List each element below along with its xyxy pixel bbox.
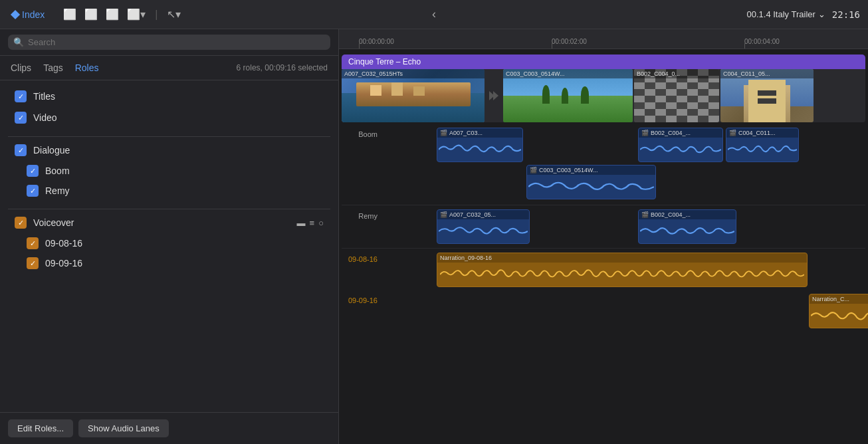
09-09-16-clips: Narration_C... [380, 291, 865, 331]
lane-icon[interactable]: ▬ [297, 146, 306, 156]
main-content: 🔍 Clips Tags Roles 6 roles, 00:09:16 sel… [0, 29, 868, 444]
remy-clip-2[interactable]: 🎬 B002_C004_... [638, 209, 736, 244]
narration-waveform [437, 263, 807, 286]
09-09-16-label: 09-09-16 [342, 291, 380, 304]
role-item-titles[interactable]: ✓ Titles [8, 86, 330, 107]
monitor-icon-1[interactable]: ⬜ [62, 7, 78, 22]
index-button[interactable]: Index [8, 8, 49, 21]
role-group-voiceover: ✓ Voiceover ▬ ≡ ○ ✓ 09-08-16 [0, 212, 338, 278]
list-icon[interactable]: ≡ [310, 146, 315, 156]
09-08-16-label: 09-08-16 [342, 250, 380, 263]
boom-clip-1-waveform [437, 138, 522, 162]
remy-lane-label: Remy [342, 207, 380, 220]
checkbox-boom[interactable]: ✓ [27, 165, 39, 177]
index-label: Index [22, 9, 45, 20]
timecode-display: 22:16 [832, 9, 860, 20]
ruler-mark-1: 00:00:02:00 [552, 38, 587, 45]
timeline-ruler: 00:00:00:00 00:00:02:00 00:00:04:00 [339, 29, 868, 49]
search-icon: 🔍 [13, 37, 24, 47]
role-item-remy[interactable]: ✓ Remy [8, 181, 330, 201]
role-label-remy: Remy [45, 185, 324, 196]
video-clip-2[interactable]: C003_C003_0514W... [503, 69, 633, 122]
09-08-16-clips: Narration_09-08-16 [380, 250, 865, 290]
circle-icon-vo[interactable]: ○ [318, 218, 324, 228]
edit-roles-button[interactable]: Edit Roles... [8, 419, 73, 437]
film-icon-sub: 🎬 [530, 167, 537, 173]
role-item-09-09-16[interactable]: ✓ 09-09-16 [8, 253, 330, 273]
video-track-container: Cinque Terre – Echo A007_C032_0515HTs [342, 55, 865, 122]
list-icon-vo[interactable]: ≡ [310, 218, 315, 228]
narration-clip-2[interactable]: Narration_C... [809, 294, 868, 328]
top-bar: Index ⬜ ⬜ ⬜ ⬜▾ | ↖▾ ‹ 00.1.4 Italy Trail… [0, 0, 868, 29]
checkbox-voiceover[interactable]: ✓ [15, 217, 27, 229]
monitor-icon-3[interactable]: ⬜ [104, 7, 120, 22]
role-item-voiceover[interactable]: ✓ Voiceover ▬ ≡ ○ [8, 212, 330, 233]
film-icon-remy-2: 🎬 [641, 211, 649, 218]
role-item-dialogue[interactable]: ✓ Dialogue ▬ ≡ ○ [8, 140, 330, 161]
narration-clip-1-label: Narration_09-08-16 [437, 253, 807, 263]
remy-clip-1[interactable]: 🎬 A007_C032_05... [437, 209, 530, 244]
project-bar: Cinque Terre – Echo [342, 55, 865, 69]
lane-divider-2 [342, 248, 865, 249]
monitor-icon-4[interactable]: ⬜▾ [126, 7, 147, 22]
top-bar-right: 00.1.4 Italy Trailer ⌄ 22:16 [576, 9, 860, 20]
lane-icon-vo[interactable]: ▬ [297, 218, 306, 228]
boom-clip-1[interactable]: 🎬 A007_C03... [437, 128, 523, 162]
clip-label-1: A007_C032_0515HTs [342, 69, 485, 78]
monitor-icon-2[interactable]: ⬜ [83, 7, 99, 22]
narration-clip-1[interactable]: Narration_09-08-16 [437, 253, 808, 287]
selection-info: 6 roles, 00:09:16 selected [237, 63, 328, 72]
sidebar-footer: Edit Roles... Show Audio Lanes [0, 412, 338, 444]
tab-tags[interactable]: Tags [43, 61, 63, 74]
checkbox-remy[interactable]: ✓ [27, 185, 39, 197]
film-icon-2: 🎬 [641, 130, 649, 136]
role-group-video: ✓ Titles ✓ Video [0, 86, 338, 134]
checkbox-video[interactable]: ✓ [15, 112, 27, 124]
clip-label-4: C004_C011_05... [720, 69, 814, 78]
project-bar-label: Cinque Terre – Echo [348, 57, 421, 66]
transition-icon [489, 91, 498, 100]
role-item-boom[interactable]: ✓ Boom [8, 161, 330, 181]
clips-row: A007_C032_0515HTs [342, 69, 865, 122]
ruler-mark-0: 00:00:00:00 [359, 38, 394, 45]
boom-clip-3[interactable]: 🎬 C004_C011... [726, 128, 799, 162]
circle-icon[interactable]: ○ [318, 146, 324, 156]
top-bar-center: ‹ [292, 7, 576, 21]
search-input-wrap: 🔍 [8, 35, 330, 50]
roles-list: ✓ Titles ✓ Video ✓ Dialog [0, 80, 338, 412]
video-clip-1[interactable]: A007_C032_0515HTs [342, 69, 485, 122]
audio-lane-09-09-16: 09-09-16 Narration_C... [342, 291, 865, 331]
sidebar: 🔍 Clips Tags Roles 6 roles, 00:09:16 sel… [0, 29, 339, 444]
boom-clip-2[interactable]: 🎬 B002_C004_... [638, 128, 723, 162]
video-clip-3[interactable]: B002_C004_0... [634, 69, 719, 122]
boom-lane-clips: 🎬 A007_C03... 🎬 B002_C004_... [380, 125, 865, 165]
divider-2 [8, 209, 330, 209]
remy-clip-2-waveform [639, 219, 736, 243]
boom-lane-label: Boom [342, 125, 380, 138]
timeline: 00:00:00:00 00:00:02:00 00:00:04:00 Cinq… [339, 29, 868, 444]
role-item-09-08-16[interactable]: ✓ 09-08-16 [8, 233, 330, 253]
boom-sub-waveform [527, 175, 655, 199]
role-label-boom: Boom [45, 166, 324, 176]
role-label-voiceover: Voiceover [33, 217, 290, 228]
boom-sub-label [342, 164, 380, 169]
checkbox-titles[interactable]: ✓ [15, 90, 27, 102]
search-input[interactable] [28, 37, 325, 47]
role-group-dialogue: ✓ Dialogue ▬ ≡ ○ ✓ Boom [0, 140, 338, 206]
tab-roles[interactable]: Roles [75, 61, 99, 74]
video-clip-4[interactable]: C004_C011_05... [720, 69, 814, 122]
show-audio-lanes-button[interactable]: Show Audio Lanes [78, 419, 169, 437]
checkbox-09-09-16[interactable]: ✓ [27, 257, 39, 269]
role-label-dialogue: Dialogue [33, 145, 290, 156]
pointer-icon[interactable]: ↖▾ [165, 7, 182, 22]
boom-sub-clip[interactable]: 🎬 C003_C003_0514W... [526, 165, 656, 199]
role-item-video[interactable]: ✓ Video [8, 107, 330, 128]
divider-1 [8, 136, 330, 137]
checkbox-09-08-16[interactable]: ✓ [27, 237, 39, 249]
checkbox-dialogue[interactable]: ✓ [15, 144, 27, 156]
boom-clip-3-waveform [726, 138, 798, 162]
tab-clips[interactable]: Clips [11, 61, 31, 74]
narration-2-waveform [810, 304, 868, 328]
back-button[interactable]: ‹ [432, 7, 436, 21]
clip-transition [486, 69, 502, 122]
